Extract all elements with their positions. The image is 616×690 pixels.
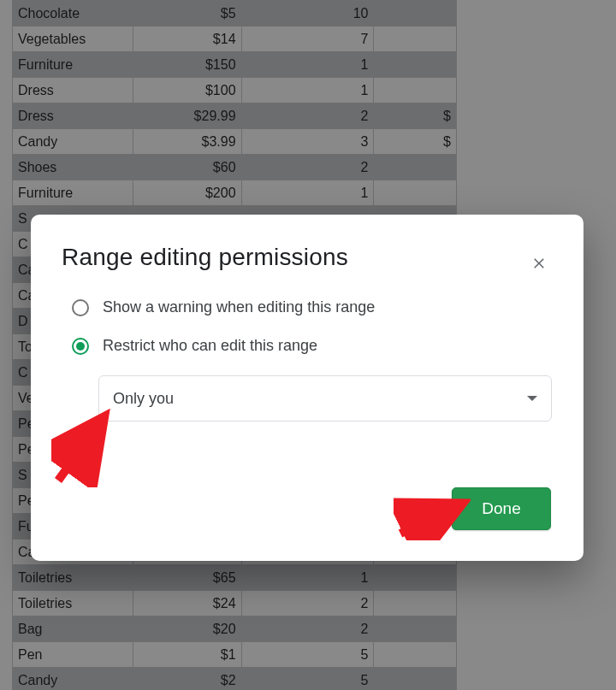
editors-dropdown-value: Only you (113, 390, 174, 408)
editors-dropdown[interactable]: Only you (98, 375, 552, 422)
dialog-title: Range editing permissions (62, 244, 553, 271)
range-permissions-dialog: Range editing permissions Show a warning… (31, 215, 583, 561)
chevron-down-icon (527, 396, 537, 401)
done-button-label: Done (482, 499, 520, 518)
radio-selected-icon (72, 338, 89, 355)
option-show-warning[interactable]: Show a warning when editing this range (72, 298, 553, 316)
close-icon (531, 255, 547, 274)
option-restrict[interactable]: Restrict who can edit this range (72, 337, 553, 355)
close-button[interactable] (527, 252, 551, 276)
option-show-warning-label: Show a warning when editing this range (103, 298, 375, 316)
radio-unselected-icon (72, 299, 89, 316)
done-button[interactable]: Done (452, 487, 551, 530)
option-restrict-label: Restrict who can edit this range (103, 337, 317, 355)
